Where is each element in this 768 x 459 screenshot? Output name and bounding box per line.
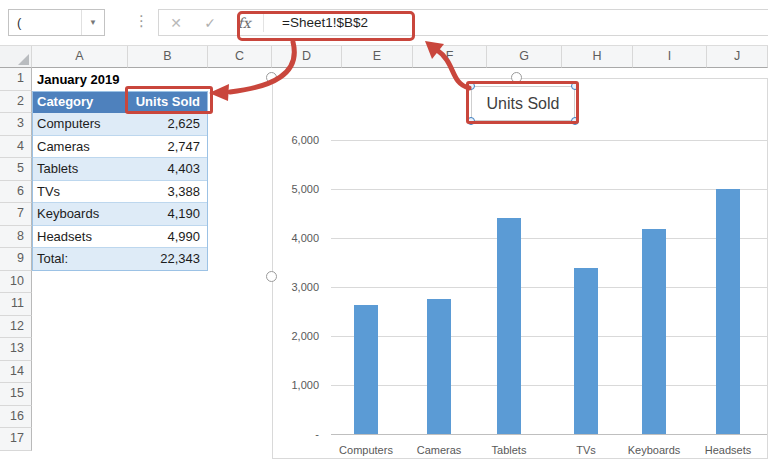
row-header-14[interactable]: 14 — [0, 361, 32, 384]
y-axis-label-5000: 5,000 — [275, 182, 319, 196]
cell-b7[interactable]: 4,190 — [128, 203, 208, 226]
gridline-3000 — [331, 287, 767, 288]
chart-handle-left-middle[interactable] — [266, 271, 277, 282]
column-header-a[interactable]: A — [32, 46, 128, 68]
row-header-10[interactable]: 10 — [0, 271, 32, 294]
chart-area[interactable]: 6,0005,0004,0003,0002,0001,000-Computers… — [272, 78, 768, 459]
gridline-1000 — [331, 385, 767, 386]
y-axis-label-3000: 3,000 — [275, 280, 319, 294]
cell-b8[interactable]: 4,990 — [128, 226, 208, 249]
formula-bar[interactable]: ✕ ✓ fx =Sheet1!$B$2 — [158, 9, 768, 36]
column-header-d[interactable]: D — [272, 46, 342, 68]
row-header-3[interactable]: 3 — [0, 113, 32, 136]
column-header-b[interactable]: B — [128, 46, 208, 68]
title-handle-bottom-right[interactable] — [571, 117, 579, 125]
bar-keyboards[interactable] — [642, 229, 666, 434]
column-header-e[interactable]: E — [342, 46, 413, 68]
column-header-c[interactable]: C — [208, 46, 272, 68]
chart-handle-top-center[interactable] — [511, 72, 522, 83]
chart-handle-top-left[interactable] — [266, 72, 277, 83]
row-header-11[interactable]: 11 — [0, 293, 32, 316]
row-header-16[interactable]: 16 — [0, 406, 32, 429]
gridline-6000 — [331, 140, 767, 141]
cell-b5[interactable]: 4,403 — [128, 158, 208, 181]
chart-title-box[interactable]: Units Sold — [471, 86, 575, 121]
cell-a5[interactable]: Tablets — [32, 158, 128, 181]
cell-a6[interactable]: TVs — [32, 181, 128, 204]
row-header-8[interactable]: 8 — [0, 226, 32, 249]
insert-function-icon[interactable]: fx — [227, 15, 261, 31]
y-axis-label-1000: 1,000 — [275, 378, 319, 392]
row-header-9[interactable]: 9 — [0, 248, 32, 271]
chart-title[interactable]: Units Sold — [487, 95, 560, 113]
row-header-15[interactable]: 15 — [0, 383, 32, 406]
column-header-j[interactable]: J — [707, 46, 768, 68]
cancel-icon[interactable]: ✕ — [159, 15, 193, 31]
formula-bar-row: ( ▼ ⋮ ✕ ✓ fx =Sheet1!$B$2 — [0, 0, 768, 46]
cell-a7[interactable]: Keyboards — [32, 203, 128, 226]
title-handle-top-right[interactable] — [571, 82, 579, 90]
row-headers: 1234567891011121314151617 — [0, 68, 32, 459]
x-axis-line — [331, 434, 767, 435]
x-axis-label-computers: Computers — [324, 443, 408, 457]
row-header-7[interactable]: 7 — [0, 203, 32, 226]
cell-a1[interactable]: January 2019 — [32, 68, 202, 91]
x-axis-label-headsets: Headsets — [686, 443, 768, 457]
gridline-4000 — [331, 238, 767, 239]
y-axis-label-2000: 2,000 — [275, 329, 319, 343]
bar-tablets[interactable] — [497, 218, 521, 434]
cell-a2-category-header[interactable]: Category — [32, 91, 128, 114]
x-axis-label-tablets: Tablets — [467, 443, 551, 457]
cell-b4[interactable]: 2,747 — [128, 136, 208, 159]
bar-headsets[interactable] — [716, 189, 740, 434]
name-box-value[interactable]: ( — [9, 15, 81, 30]
gridline-5000 — [331, 189, 767, 190]
row-header-13[interactable]: 13 — [0, 338, 32, 361]
row-header-12[interactable]: 12 — [0, 316, 32, 339]
formula-bar-bottom-rule — [0, 45, 768, 46]
bar-cameras[interactable] — [427, 299, 451, 434]
cell-a9[interactable]: Total: — [32, 248, 128, 271]
row-header-6[interactable]: 6 — [0, 181, 32, 204]
name-box-dropdown-icon[interactable]: ▼ — [81, 10, 104, 35]
column-headers: ABCDEFGHIJ — [0, 46, 768, 68]
title-handle-top-left[interactable] — [467, 82, 475, 90]
select-all-corner[interactable] — [0, 46, 32, 68]
formula-input[interactable]: =Sheet1!$B$2 — [270, 15, 368, 30]
bar-computers[interactable] — [354, 305, 378, 434]
y-axis-label-4000: 4,000 — [275, 231, 319, 245]
cell-b2-units-sold-header[interactable]: Units Sold — [128, 91, 208, 114]
row-header-17[interactable]: 17 — [0, 428, 32, 451]
cell-a8[interactable]: Headsets — [32, 226, 128, 249]
column-header-g[interactable]: G — [487, 46, 562, 68]
column-header-f[interactable]: F — [413, 46, 487, 68]
x-axis-label-keyboards: Keyboards — [612, 443, 696, 457]
name-box[interactable]: ( ▼ — [8, 9, 105, 36]
row-header-1[interactable]: 1 — [0, 68, 32, 91]
formula-bar-divider — [263, 14, 264, 32]
title-handle-bottom-left[interactable] — [467, 117, 475, 125]
cell-b3[interactable]: 2,625 — [128, 113, 208, 136]
cell-b9[interactable]: 22,343 — [128, 248, 208, 271]
formula-bar-menu-dots-icon: ⋮ — [134, 12, 149, 30]
row-header-4[interactable]: 4 — [0, 136, 32, 159]
y-axis-label-6000: 6,000 — [275, 133, 319, 147]
y-axis-label-0: - — [275, 427, 319, 441]
bar-tvs[interactable] — [574, 268, 598, 434]
gridline-2000 — [331, 336, 767, 337]
cell-a4[interactable]: Cameras — [32, 136, 128, 159]
select-all-triangle-icon — [18, 54, 29, 65]
row-header-2[interactable]: 2 — [0, 91, 32, 114]
column-header-h[interactable]: H — [562, 46, 633, 68]
column-header-i[interactable]: I — [633, 46, 707, 68]
cell-b6[interactable]: 3,388 — [128, 181, 208, 204]
row-header-5[interactable]: 5 — [0, 158, 32, 181]
cell-a3[interactable]: Computers — [32, 113, 128, 136]
enter-icon[interactable]: ✓ — [193, 15, 227, 31]
